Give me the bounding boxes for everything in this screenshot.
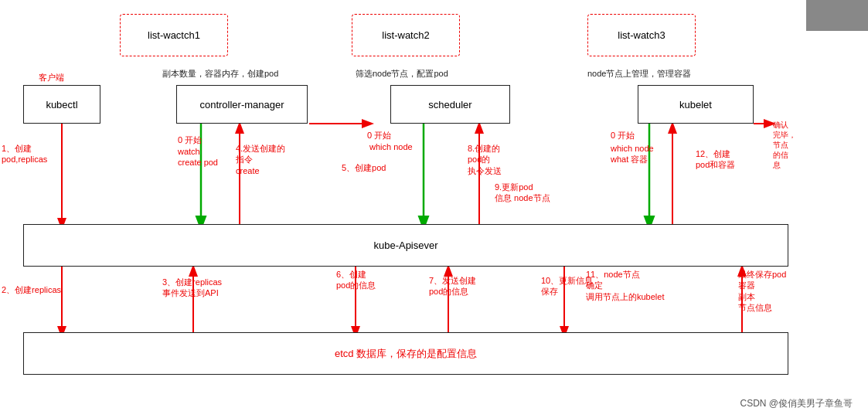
step3-label: 3、创建replicas 事件发送到API bbox=[162, 277, 222, 299]
step0-scheduler-label: 0 开始 bbox=[367, 130, 391, 141]
watermark: CSDN @俊俏美男子章鱼哥 bbox=[740, 397, 853, 410]
list-watch3-box: list-watch3 bbox=[587, 14, 696, 56]
replica-desc-label: 副本数量，容器内存，创建pod bbox=[162, 68, 278, 79]
filter-node-label: 筛选node节点，配置pod bbox=[356, 68, 448, 79]
kubelet-box: kubelet bbox=[638, 85, 754, 124]
kube-apiserver-label: kube-Apisever bbox=[373, 240, 437, 251]
step-final-label: 最终保存pod 容器 副本 节点信息 bbox=[738, 269, 786, 313]
kube-apiserver-box: kube-Apisever bbox=[23, 224, 788, 267]
step4-label: 4.发送创建的 指令 create bbox=[236, 143, 285, 176]
list-watch3-label: list-watch3 bbox=[618, 29, 665, 41]
kubectl-box: kubectl bbox=[23, 85, 100, 124]
diagram: list-wactch1 list-watch2 list-watch3 kub… bbox=[0, 0, 868, 418]
which-node-label: which node bbox=[369, 141, 413, 152]
scheduler-box: scheduler bbox=[390, 85, 510, 124]
kubectl-label: kubectl bbox=[46, 99, 77, 110]
scheduler-label: scheduler bbox=[428, 99, 471, 110]
step6-label: 6、创建 pod的信息 bbox=[336, 269, 376, 291]
step8-label: 8.创建的 pod的 执令发送 bbox=[468, 143, 502, 176]
node-manage-label: node节点上管理，管理容器 bbox=[587, 68, 691, 79]
list-watch1-box: list-wactch1 bbox=[120, 14, 228, 56]
step12-label: 12、创建 pod和容器 bbox=[696, 148, 735, 171]
etcd-label: etcd 数据库，保存的是配置信息 bbox=[335, 347, 477, 361]
which-node2-label: which node what 容器 bbox=[611, 143, 654, 165]
list-watch2-box: list-watch2 bbox=[352, 14, 460, 56]
list-watch2-label: list-watch2 bbox=[382, 29, 429, 41]
step0-kubelet-label: 0 开始 bbox=[611, 130, 635, 141]
controller-manager-box: controller-manager bbox=[176, 85, 308, 124]
step11-label: 11、node节点 确定 调用节点上的kubelet bbox=[586, 269, 664, 302]
top-right-image bbox=[806, 0, 868, 31]
step0-watch-label: 0 开始 watch create pod bbox=[178, 124, 218, 168]
step1-label: 1、创建 pod,replicas bbox=[2, 143, 47, 165]
etcd-box: etcd 数据库，保存的是配置信息 bbox=[23, 332, 788, 375]
list-watch1-label: list-wactch1 bbox=[148, 29, 200, 41]
step-confirm-label: 确认 完毕， 节点 的信 息 bbox=[773, 120, 796, 170]
kubelet-label: kubelet bbox=[679, 99, 712, 110]
step7-label: 7、发送创建 pod的信息 bbox=[429, 275, 476, 297]
client-label: 客户端 bbox=[39, 72, 64, 83]
controller-manager-label: controller-manager bbox=[199, 99, 284, 110]
step2-label: 2、创建replicas bbox=[2, 284, 61, 295]
step5-label: 5、创建pod bbox=[342, 162, 386, 173]
step9-label: 9.更新pod 信息 node节点 bbox=[495, 182, 550, 204]
